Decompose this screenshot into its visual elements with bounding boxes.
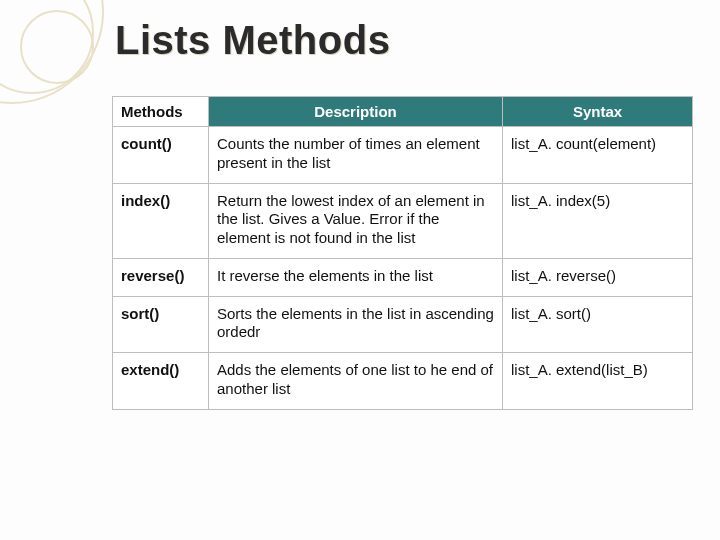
cell-syntax: list_A. count(element): [503, 127, 693, 184]
cell-method: index(): [113, 183, 209, 258]
decorative-ring: [20, 10, 94, 84]
table-row: sort() Sorts the elements in the list in…: [113, 296, 693, 353]
cell-description: Counts the number of times an element pr…: [209, 127, 503, 184]
cell-syntax: list_A. extend(list_B): [503, 353, 693, 410]
methods-table: Methods Description Syntax count() Count…: [112, 96, 693, 410]
col-header-syntax: Syntax: [503, 97, 693, 127]
table-header-row: Methods Description Syntax: [113, 97, 693, 127]
col-header-method: Methods: [113, 97, 209, 127]
cell-method: count(): [113, 127, 209, 184]
cell-description: Sorts the elements in the list in ascend…: [209, 296, 503, 353]
cell-syntax: list_A. index(5): [503, 183, 693, 258]
cell-description: Return the lowest index of an element in…: [209, 183, 503, 258]
cell-method: sort(): [113, 296, 209, 353]
cell-syntax: list_A. reverse(): [503, 258, 693, 296]
page-title: Lists Methods: [115, 18, 390, 63]
cell-method: extend(): [113, 353, 209, 410]
methods-table-wrap: Methods Description Syntax count() Count…: [112, 96, 692, 410]
cell-syntax: list_A. sort(): [503, 296, 693, 353]
table-row: extend() Adds the elements of one list t…: [113, 353, 693, 410]
table-row: reverse() It reverse the elements in the…: [113, 258, 693, 296]
table-row: index() Return the lowest index of an el…: [113, 183, 693, 258]
cell-description: It reverse the elements in the list: [209, 258, 503, 296]
table-row: count() Counts the number of times an el…: [113, 127, 693, 184]
cell-description: Adds the elements of one list to he end …: [209, 353, 503, 410]
cell-method: reverse(): [113, 258, 209, 296]
col-header-description: Description: [209, 97, 503, 127]
